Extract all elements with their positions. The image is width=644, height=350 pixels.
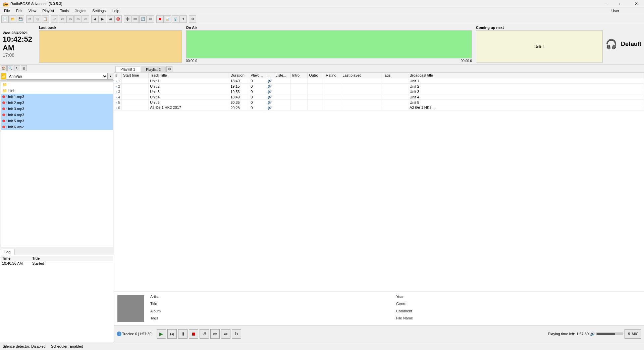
col-listen[interactable]: Liste... xyxy=(274,73,291,78)
col-num[interactable]: # xyxy=(114,73,122,78)
browser-search-btn[interactable]: 🔍 xyxy=(7,65,13,71)
toolbar-tag[interactable]: 🏷 xyxy=(147,15,154,23)
artist-row: Artist xyxy=(150,295,395,301)
volume-bar[interactable] xyxy=(596,333,623,335)
toolbar-open[interactable]: 📂 xyxy=(9,15,16,23)
menu-playlist[interactable]: Playlist xyxy=(40,8,57,13)
browser-refresh-btn[interactable]: ↻ xyxy=(14,65,20,71)
headphone-icon-area: 🎧 xyxy=(605,24,618,64)
on-air-end-time: 00:00.0 xyxy=(461,59,472,63)
menu-edit[interactable]: Edit xyxy=(13,8,25,13)
pause-button[interactable]: ⏸ xyxy=(178,329,187,339)
track-row-3[interactable]: ♪ 4 Unit 4 18:49 0 🔊 Unit 4 xyxy=(114,94,644,100)
log-row-0-title: Started xyxy=(32,261,112,265)
toolbar-undo[interactable]: ↩ xyxy=(51,15,58,23)
track-table-body: ♪ 1 Unit 1 18:40 0 🔊 Unit 1 ♪ 2 Unit 2 1… xyxy=(114,78,644,111)
toolbar-copy[interactable]: ⎘ xyxy=(34,15,41,23)
toolbar-next-track[interactable]: ▶ xyxy=(99,15,106,23)
col-dots[interactable]: ... xyxy=(266,73,274,78)
mic-button[interactable]: 🎙 MIC xyxy=(625,329,641,339)
toolbar-remove[interactable]: ➖ xyxy=(131,15,139,23)
minimize-button[interactable]: ─ xyxy=(598,0,613,7)
toolbar-record[interactable]: ⏺ xyxy=(156,15,164,23)
file-item-parent[interactable]: 📁 .. xyxy=(1,82,113,88)
playlist-tab-1[interactable]: Playlist 1 xyxy=(115,66,140,72)
file-item-unit3[interactable]: Unit 3.mp3 xyxy=(1,106,113,112)
col-duration[interactable]: Duration xyxy=(229,73,249,78)
playlist-settings-btn[interactable]: ⚙ xyxy=(166,66,172,72)
toolbar-add[interactable]: ➕ xyxy=(124,15,131,23)
toolbar: 📄 📂 💾 ✂ ⎘ 📋 ↩ ▭ ▭ ▭ ▭ ◀ ▶ ⏭ 🎯 ➕ ➖ 🔄 🏷 ⏺ … xyxy=(0,14,644,24)
play-button[interactable]: ▶ xyxy=(157,329,166,339)
log-tabs: Log xyxy=(0,248,114,255)
col-start-time[interactable]: Start time xyxy=(122,73,149,78)
window-controls: ─ □ ✕ xyxy=(598,0,644,7)
toolbar-prev[interactable]: ◀ xyxy=(91,15,99,23)
toolbar-locate[interactable]: 🎯 xyxy=(114,15,122,23)
toolbar-btn2[interactable]: ▭ xyxy=(66,15,74,23)
playlist-tab-2[interactable]: Playlist 2 xyxy=(141,67,166,72)
menu-jingles[interactable]: Jingles xyxy=(72,8,89,13)
next-button[interactable]: ⏭ xyxy=(167,329,177,339)
col-last-played[interactable]: Last played xyxy=(341,73,381,78)
file-item-hinh[interactable]: 📁 hinh xyxy=(1,88,113,94)
track-row-0[interactable]: ♪ 1 Unit 1 18:40 0 🔊 Unit 1 xyxy=(114,78,644,84)
right-panel: Playlist 1 Playlist 2 ⚙ # Start time Tra… xyxy=(114,64,644,342)
toolbar-save[interactable]: 💾 xyxy=(17,15,24,23)
track-row-2[interactable]: ♪ 3 Unit 3 19:53 0 🔊 Unit 3 xyxy=(114,89,644,94)
col-track-title[interactable]: Track Title xyxy=(149,73,229,78)
toolbar-btn1[interactable]: ▭ xyxy=(59,15,66,23)
col-intro[interactable]: Intro xyxy=(291,73,308,78)
track-row-4[interactable]: ♪ 5 Unit 5 20:35 0 🔊 Unit 5 xyxy=(114,100,644,105)
toolbar-stream[interactable]: 📡 xyxy=(172,15,179,23)
menu-settings[interactable]: Settings xyxy=(90,8,108,13)
col-rating[interactable]: Rating xyxy=(324,73,341,78)
file-item-unit1[interactable]: Unit 1.mp3 xyxy=(1,94,113,100)
log-tab-log[interactable]: Log xyxy=(0,249,15,255)
shuffle-button[interactable]: ⇌ xyxy=(221,329,230,339)
folder-dropdown-button[interactable]: ▼ xyxy=(108,73,113,80)
browser-home-btn[interactable]: 🏠 xyxy=(1,65,7,71)
last-track-label: Last track xyxy=(39,26,182,30)
maximize-button[interactable]: □ xyxy=(613,0,629,7)
log-content: Time Title 10:40:36 AM Started xyxy=(0,255,114,342)
toolbar-skip[interactable]: ⏭ xyxy=(107,15,114,23)
loop-button[interactable]: ↺ xyxy=(200,329,209,339)
close-button[interactable]: ✕ xyxy=(629,0,644,7)
refresh-button[interactable]: ↻ xyxy=(232,329,241,339)
toolbar-upload[interactable]: ⬆ xyxy=(179,15,187,23)
toolbar-chart[interactable]: 📊 xyxy=(164,15,171,23)
stop-button[interactable]: ⏹ xyxy=(189,329,198,339)
browser-grid-btn[interactable]: ⊞ xyxy=(21,65,27,71)
toolbar-paste[interactable]: 📋 xyxy=(42,15,49,23)
file-item-unit2[interactable]: Unit 2.mp3 xyxy=(1,100,113,106)
file-item-unit4[interactable]: Unit 4.mp3 xyxy=(1,112,113,118)
track-row-1[interactable]: ♪ 2 Unit 2 19:15 0 🔊 Unit 2 xyxy=(114,84,644,89)
col-playcount[interactable]: Playc... xyxy=(249,73,266,78)
file-item-unit6[interactable]: Unit 6.wav xyxy=(1,124,113,130)
left-panel: 🏠 🔍 ↻ ⊞ 📁 AnhVan ▼ 📁 .. 📁 hinh xyxy=(0,64,114,342)
col-broadcast-title[interactable]: Broadcast title xyxy=(408,73,644,78)
toolbar-new[interactable]: 📄 xyxy=(1,15,9,23)
mic-icon: 🎙 xyxy=(627,332,631,336)
menu-file[interactable]: File xyxy=(1,8,13,13)
track-num-3: ♪ 4 xyxy=(114,94,122,100)
toolbar-btn4[interactable]: ▭ xyxy=(82,15,89,23)
toolbar-btn3[interactable]: ▭ xyxy=(74,15,82,23)
toolbar-cut[interactable]: ✂ xyxy=(26,15,34,23)
track-duration-2: 19:53 xyxy=(229,89,249,94)
date-display: Wed 28/4/2021 xyxy=(3,31,34,35)
col-tags[interactable]: Tags xyxy=(381,73,408,78)
loop2-button[interactable]: ⇄ xyxy=(210,329,220,339)
toolbar-settings[interactable]: ⚙ xyxy=(189,15,196,23)
col-outro[interactable]: Outro xyxy=(308,73,324,78)
track-row-5[interactable]: ♪ 6 A2 Đề 1 HK2 2017 20:28 0 🔊 A2 Đề 1 H… xyxy=(114,105,644,111)
status-bar: Silence detector: Disabled Scheduler: En… xyxy=(0,342,644,350)
menu-help[interactable]: Help xyxy=(109,8,122,13)
file-item-unit5[interactable]: Unit 5.mp3 xyxy=(1,118,113,124)
menu-view[interactable]: View xyxy=(26,8,39,13)
file-name-unit6: Unit 6.wav xyxy=(6,125,23,129)
toolbar-refresh[interactable]: 🔄 xyxy=(139,15,147,23)
menu-tools[interactable]: Tools xyxy=(57,8,71,13)
folder-select[interactable]: AnhVan xyxy=(6,73,108,80)
